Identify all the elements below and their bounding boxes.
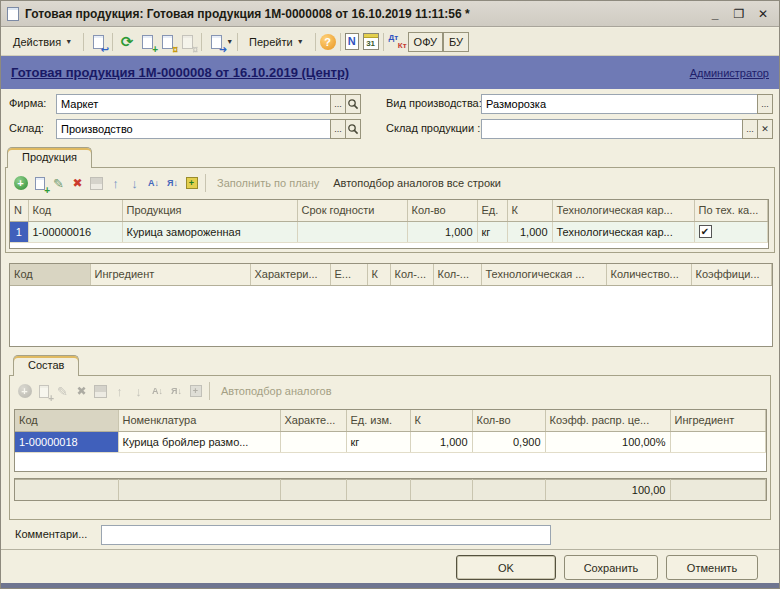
document-header-band: Готовая продукция 1М-0000008 от 16.10.20… bbox=[1, 56, 779, 89]
autoselect-analogs-button[interactable]: Автоподбор аналогов bbox=[214, 385, 339, 397]
output-icon[interactable]: ➜ bbox=[206, 32, 226, 52]
pick-analogs-icon[interactable]: + bbox=[186, 382, 205, 401]
add-row-icon[interactable]: + bbox=[11, 174, 30, 193]
sostav-footer-grid: 100,00 bbox=[14, 478, 767, 501]
techcard-cell[interactable]: Технологическая кар... bbox=[552, 221, 694, 242]
row-number-cell[interactable]: 1 bbox=[10, 221, 28, 242]
chevron-down-icon: ▼ bbox=[65, 38, 72, 45]
edit-row-icon[interactable]: ✎ bbox=[49, 174, 68, 193]
move-up-icon[interactable]: ↑ bbox=[110, 382, 129, 401]
sklad-ellipsis-button[interactable]: ... bbox=[330, 119, 346, 139]
actions-menu-button[interactable]: Действия ▼ bbox=[6, 32, 79, 52]
vid-ellipsis-button[interactable]: ... bbox=[757, 94, 773, 114]
minimize-button[interactable]: _ bbox=[705, 5, 725, 23]
tab-sostav[interactable]: Состав bbox=[13, 355, 79, 376]
save-close-icon[interactable]: ↩ bbox=[88, 32, 108, 52]
autoselect-analogs-button[interactable]: Автоподбор аналогов все строки bbox=[326, 177, 508, 189]
shelf-life-cell[interactable] bbox=[297, 221, 407, 242]
qty-cell[interactable]: 1,000 bbox=[407, 221, 477, 242]
sklad-input[interactable] bbox=[56, 119, 331, 139]
col-header: Характе... bbox=[280, 410, 346, 431]
products-header-row: N Код Продукция Срок годности Кол-во Ед.… bbox=[10, 200, 768, 221]
move-down-icon[interactable]: ↓ bbox=[125, 174, 144, 193]
sklad-prod-clear-button[interactable]: ✕ bbox=[757, 119, 773, 139]
title-bar: Готовая продукция: Готовая продукция 1М-… bbox=[1, 1, 779, 27]
save-order-icon[interactable] bbox=[87, 174, 106, 193]
toolbar-separator bbox=[237, 33, 238, 51]
vid-input[interactable] bbox=[481, 94, 758, 114]
document-title-link[interactable]: Готовая продукция 1М-0000008 от 16.10.20… bbox=[11, 65, 349, 80]
sort-asc-icon[interactable]: А↓ bbox=[148, 382, 167, 401]
products-grid-toolbar: + + ✎ ✖ ↑ ↓ А↓ Я↓ + Заполнить по плану А… bbox=[11, 171, 769, 195]
sklad-magnifier-button[interactable] bbox=[345, 119, 361, 139]
help-icon[interactable]: ? bbox=[320, 34, 336, 50]
save-button[interactable]: Сохранить bbox=[564, 555, 658, 580]
maximize-button[interactable]: ❐ bbox=[729, 5, 749, 23]
code-cell[interactable]: 1-00000018 bbox=[15, 431, 118, 452]
sklad-prod-ellipsis-button[interactable]: ... bbox=[742, 119, 758, 139]
tab-products[interactable]: Продукция bbox=[7, 147, 92, 168]
copy-row-icon[interactable]: + bbox=[34, 382, 53, 401]
sklad-prod-input[interactable] bbox=[481, 119, 743, 139]
ok-button[interactable]: OK bbox=[456, 555, 556, 580]
nomenclature-cell[interactable]: Курица бройлер размо... bbox=[118, 431, 280, 452]
k-cell[interactable]: 1,000 bbox=[410, 431, 472, 452]
code-cell[interactable]: 1-00000016 bbox=[28, 221, 122, 242]
move-up-icon[interactable]: ↑ bbox=[106, 174, 125, 193]
firma-ellipsis-button[interactable]: ... bbox=[330, 94, 346, 114]
window-title: Готовая продукция: Готовая продукция 1М-… bbox=[25, 7, 705, 21]
firma-magnifier-button[interactable] bbox=[345, 94, 361, 114]
post-register-icon[interactable]: ¤ bbox=[157, 32, 177, 52]
k-cell[interactable]: 1,000 bbox=[507, 221, 552, 242]
table-row[interactable]: 1 1-00000016 Курица замороженная 1,000 к… bbox=[10, 221, 768, 242]
unit-cell[interactable]: кг bbox=[477, 221, 507, 242]
add-row-icon[interactable]: + bbox=[15, 382, 34, 401]
col-header: Код bbox=[15, 410, 118, 431]
qty-cell[interactable]: 0,900 bbox=[472, 431, 545, 452]
comment-input[interactable] bbox=[101, 525, 551, 545]
col-header: К bbox=[507, 200, 552, 221]
product-cell[interactable]: Курица замороженная bbox=[122, 221, 297, 242]
products-grid: N Код Продукция Срок годности Кол-во Ед.… bbox=[9, 199, 769, 249]
totals-row: 100,00 bbox=[15, 480, 766, 501]
copy-document-icon[interactable]: + bbox=[137, 32, 157, 52]
post-document-icon[interactable]: ⟳ bbox=[117, 32, 137, 52]
sostav-grid-toolbar: + + ✎ ✖ ↑ ↓ А↓ Я↓ + Автоподбор аналогов bbox=[15, 379, 765, 403]
save-order-icon[interactable] bbox=[91, 382, 110, 401]
calendar-icon[interactable]: 31 bbox=[363, 33, 379, 50]
ingredients-table: Код Ингредиент Характери... Е... К Кол-.… bbox=[10, 264, 772, 286]
firma-input[interactable] bbox=[56, 94, 331, 114]
move-down-icon[interactable]: ↓ bbox=[129, 382, 148, 401]
sort-desc-icon[interactable]: Я↓ bbox=[163, 174, 182, 193]
cancel-button[interactable]: Отменить bbox=[666, 555, 758, 580]
unit-cell[interactable]: кг bbox=[346, 431, 410, 452]
dtkt-postings-icon[interactable]: ДтКт bbox=[388, 33, 408, 51]
sort-asc-icon[interactable]: А↓ bbox=[144, 174, 163, 193]
sort-desc-icon[interactable]: Я↓ bbox=[167, 382, 186, 401]
techcard-checkbox[interactable]: ✔ bbox=[699, 225, 712, 238]
unpost-icon[interactable]: ¤ bbox=[177, 32, 197, 52]
edit-row-icon[interactable]: ✎ bbox=[53, 382, 72, 401]
by-techcard-cell[interactable]: ✔ bbox=[694, 221, 768, 242]
coeff-cell[interactable]: 100,00% bbox=[545, 431, 670, 452]
toolbar-separator bbox=[383, 33, 384, 51]
bu-toggle-button[interactable]: БУ bbox=[443, 32, 469, 52]
output-dropdown-icon[interactable]: ▼ bbox=[226, 38, 233, 45]
pick-analogs-icon[interactable]: + bbox=[182, 174, 201, 193]
number-icon[interactable]: N bbox=[345, 33, 359, 50]
ofu-toggle-button[interactable]: ОФУ bbox=[408, 32, 443, 52]
col-header: Срок годности bbox=[297, 200, 407, 221]
col-header: По тех. ка... bbox=[694, 200, 768, 221]
col-header: К bbox=[410, 410, 472, 431]
col-header: Технологическая ... bbox=[481, 264, 606, 285]
characteristic-cell[interactable] bbox=[280, 431, 346, 452]
user-link[interactable]: Администратор bbox=[690, 67, 769, 79]
fill-by-plan-button[interactable]: Заполнить по плану bbox=[210, 177, 326, 189]
copy-row-icon[interactable]: + bbox=[30, 174, 49, 193]
ingredient-cell[interactable] bbox=[670, 431, 766, 452]
table-row[interactable]: 1-00000018 Курица бройлер размо... кг 1,… bbox=[15, 431, 766, 452]
delete-row-icon[interactable]: ✖ bbox=[68, 174, 87, 193]
close-button[interactable]: ✕ bbox=[753, 5, 773, 23]
goto-menu-button[interactable]: Перейти ▼ bbox=[242, 32, 311, 52]
delete-row-icon[interactable]: ✖ bbox=[72, 382, 91, 401]
